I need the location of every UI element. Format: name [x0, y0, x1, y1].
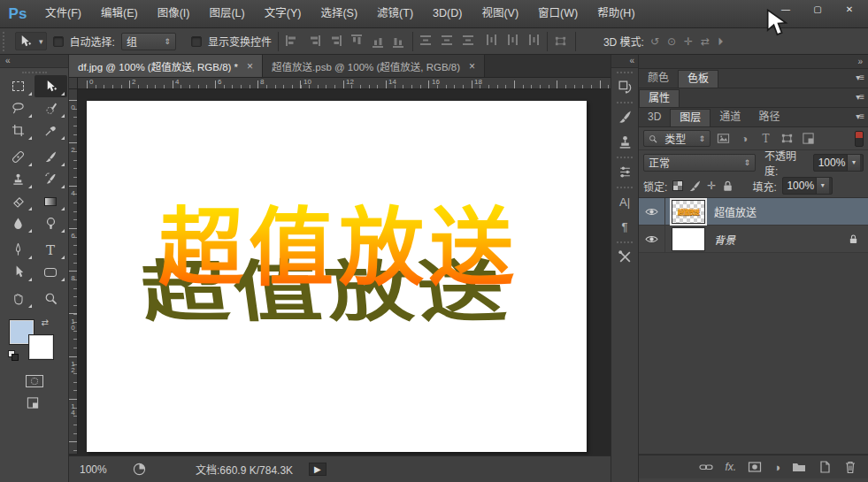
- dock-grip[interactable]: [617, 187, 633, 188]
- auto-select-dropdown[interactable]: 组 ⇕: [121, 33, 176, 50]
- dock-grip[interactable]: [617, 102, 633, 103]
- auto-select-checkbox[interactable]: [53, 36, 64, 47]
- lock-position-icon[interactable]: ✛: [707, 180, 716, 192]
- maximize-button[interactable]: ▢: [804, 3, 831, 18]
- eyedropper-tool[interactable]: [35, 119, 67, 142]
- opacity-field[interactable]: 100% ▾: [813, 154, 864, 172]
- distribute-right-edges-icon[interactable]: [526, 34, 540, 49]
- 3d-roll-icon[interactable]: ⊙: [667, 35, 676, 48]
- visibility-cell[interactable]: [639, 226, 665, 252]
- horizontal-ruler[interactable]: 0 2 4 6 8 10 12 14 16 18: [78, 78, 611, 89]
- rectangular-marquee-tool[interactable]: [2, 75, 35, 97]
- tab-color[interactable]: 颜色: [639, 70, 678, 88]
- auto-align-layers-icon[interactable]: [554, 34, 569, 48]
- layer-thumbnail[interactable]: [672, 227, 705, 251]
- visibility-cell[interactable]: [639, 198, 665, 225]
- dock-grip[interactable]: [617, 241, 633, 243]
- clone-source-panel-button[interactable]: [613, 130, 636, 153]
- panel-menu-icon[interactable]: ▾≡: [856, 73, 864, 82]
- brush-panel-button[interactable]: [613, 105, 636, 128]
- layer-row-selected[interactable]: 超值放送 超值放送: [639, 198, 868, 226]
- adjustments-panel-button[interactable]: [613, 160, 636, 183]
- lock-transparency-icon[interactable]: [672, 180, 683, 191]
- hand-tool[interactable]: [2, 287, 35, 310]
- distribute-left-edges-icon[interactable]: [484, 34, 497, 49]
- history-panel-button[interactable]: [613, 75, 636, 98]
- align-horizontal-centers-icon[interactable]: [306, 34, 321, 48]
- filter-image-layers-button[interactable]: [715, 131, 732, 146]
- quick-selection-tool[interactable]: [35, 97, 67, 119]
- screen-mode-button[interactable]: [26, 396, 43, 409]
- delete-layer-button[interactable]: [843, 460, 857, 474]
- align-right-edges-icon[interactable]: [327, 34, 342, 48]
- gradient-tool[interactable]: [35, 190, 67, 212]
- background-color-swatch[interactable]: [29, 335, 53, 359]
- tab-layers[interactable]: 图层: [670, 109, 711, 126]
- tool-preset-picker[interactable]: ▾: [15, 32, 47, 50]
- layer-style-button[interactable]: fx.: [725, 461, 736, 473]
- character-panel-button[interactable]: A|: [613, 190, 636, 213]
- tab-channels[interactable]: 通道: [711, 109, 749, 126]
- menu-edit[interactable]: 编辑(E): [91, 0, 148, 27]
- align-top-edges-icon[interactable]: [350, 34, 363, 49]
- layer-filter-toggle[interactable]: [855, 131, 864, 147]
- collapse-toolbar-icon[interactable]: «: [5, 56, 11, 65]
- dock-grip[interactable]: [617, 72, 633, 73]
- lock-all-icon[interactable]: [721, 180, 734, 193]
- pen-tool[interactable]: [2, 239, 35, 261]
- layer-name[interactable]: 背景: [714, 232, 735, 247]
- vertical-ruler[interactable]: 0 2 4 6 8 10 12 14: [69, 89, 78, 454]
- status-pie-icon[interactable]: [133, 463, 146, 476]
- paragraph-panel-button[interactable]: ¶: [613, 215, 636, 238]
- menu-help[interactable]: 帮助(H): [588, 0, 644, 27]
- new-group-button[interactable]: [792, 460, 806, 474]
- rounded-rectangle-tool[interactable]: [35, 261, 67, 283]
- fill-dropdown-icon[interactable]: ▾: [816, 178, 829, 194]
- 3d-pan-icon[interactable]: ✛: [684, 35, 693, 48]
- tab-paths[interactable]: 路径: [749, 109, 788, 126]
- tab-close-icon[interactable]: ×: [467, 60, 477, 73]
- swap-colors-icon[interactable]: ⇄: [42, 318, 49, 327]
- align-vertical-centers-icon[interactable]: [371, 34, 384, 49]
- zoom-tool[interactable]: [35, 287, 67, 310]
- expand-dock-icon[interactable]: «: [629, 56, 634, 65]
- close-button[interactable]: ✕: [836, 3, 863, 18]
- panel-menu-icon[interactable]: ▾≡: [856, 111, 864, 121]
- dock-grip[interactable]: [617, 157, 633, 158]
- tool-presets-panel-button[interactable]: [613, 245, 636, 268]
- spot-healing-brush-tool[interactable]: [2, 146, 35, 168]
- distribute-bottom-edges-icon[interactable]: [462, 34, 477, 48]
- tab-swatches[interactable]: 色板: [678, 70, 718, 88]
- show-transform-checkbox[interactable]: [191, 36, 202, 47]
- default-colors-icon[interactable]: [8, 350, 19, 361]
- distribute-top-edges-icon[interactable]: [419, 34, 434, 48]
- layer-filter-dropdown[interactable]: 类型 ⇕: [643, 130, 711, 147]
- menu-window[interactable]: 窗口(W): [528, 0, 588, 27]
- layer-name[interactable]: 超值放送: [714, 204, 757, 219]
- layer-thumbnail[interactable]: 超值放送: [672, 200, 705, 224]
- layer-row-background[interactable]: 背景: [639, 226, 868, 253]
- align-bottom-edges-icon[interactable]: [392, 34, 405, 49]
- opacity-dropdown-icon[interactable]: ▾: [847, 155, 860, 171]
- lasso-tool[interactable]: [2, 97, 35, 119]
- document-tab-inactive[interactable]: 超值放送.psb @ 100% (超值放送, RGB/8) ×: [263, 55, 485, 77]
- menu-select[interactable]: 选择(S): [311, 0, 367, 27]
- filter-adjustment-layers-button[interactable]: ◑: [736, 131, 753, 146]
- menu-image[interactable]: 图像(I): [148, 0, 200, 27]
- filter-type-layers-button[interactable]: T: [757, 131, 774, 146]
- filter-shape-layers-button[interactable]: [779, 131, 795, 146]
- move-tool[interactable]: [35, 75, 67, 97]
- collapse-panels-icon[interactable]: »: [857, 57, 863, 66]
- 3d-zoom-camera-icon[interactable]: ⏵: [718, 35, 723, 48]
- canvas[interactable]: 超值放送 超值放送: [87, 101, 587, 452]
- path-selection-tool[interactable]: [2, 261, 35, 283]
- menu-file[interactable]: 文件(F): [35, 0, 91, 27]
- options-grip[interactable]: [3, 32, 7, 51]
- new-layer-button[interactable]: [818, 460, 832, 474]
- zoom-level-field[interactable]: 100%: [80, 463, 119, 476]
- distribute-horizontal-centers-icon[interactable]: [505, 34, 518, 49]
- brush-tool[interactable]: [35, 146, 67, 168]
- 3d-slide-icon[interactable]: ⇄: [701, 35, 710, 48]
- fill-field[interactable]: 100% ▾: [782, 177, 833, 195]
- status-menu-arrow[interactable]: ▶: [309, 463, 326, 476]
